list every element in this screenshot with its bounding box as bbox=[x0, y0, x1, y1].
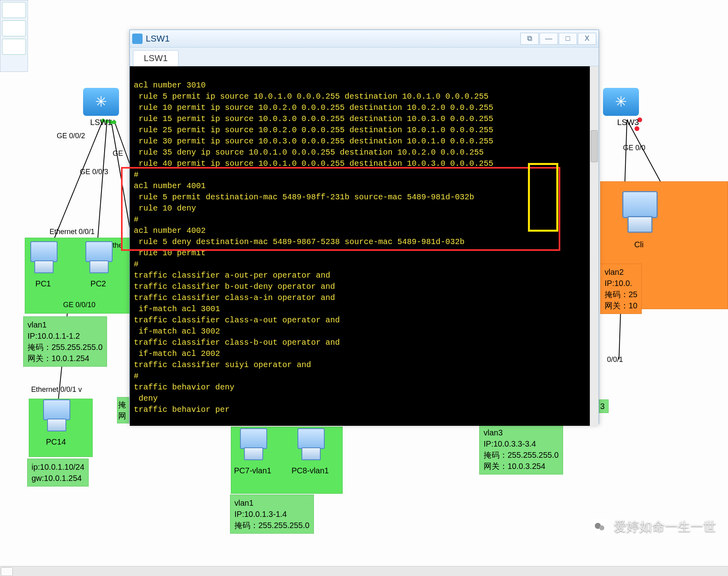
info-line: vlan3 bbox=[484, 427, 559, 438]
device-pc8[interactable]: PC8-vlan1 bbox=[292, 428, 329, 475]
info-line: gw:10.0.1.254 bbox=[32, 473, 84, 484]
device-label: LSW3 bbox=[603, 118, 639, 127]
horizontal-scrollbar[interactable] bbox=[0, 566, 728, 576]
info-vlan3: vlan3 IP:10.0.3.3-3.4 掩码：255.255.255.0 网… bbox=[479, 424, 563, 475]
info-line: IP:10.0.1.1-1.2 bbox=[28, 330, 103, 342]
tab-lsw1[interactable]: LSW1 bbox=[133, 50, 179, 66]
device-pc2[interactable]: PC2 bbox=[82, 241, 114, 288]
watermark-text: 爱婷如命一生一世 bbox=[614, 518, 716, 536]
info-fragment: 3 bbox=[599, 399, 609, 413]
info-line: ip:10.0.1.10/24 bbox=[32, 461, 84, 473]
window-titlebar[interactable]: LSW1 ⧉ — □ X bbox=[130, 30, 599, 48]
info-line: 掩码：25 bbox=[605, 289, 637, 300]
pc-icon bbox=[82, 241, 114, 277]
device-label: LSW1 bbox=[83, 118, 119, 127]
device-lsw3[interactable]: LSW3 bbox=[603, 88, 639, 127]
svg-line-2 bbox=[111, 120, 132, 240]
terminal-output[interactable]: acl number 3010 rule 5 permit ip source … bbox=[130, 66, 599, 426]
port-label: GE 0/0 bbox=[623, 144, 645, 152]
port-label: Ethernet 0/0/1 bbox=[50, 228, 95, 236]
port-label: GE 0/0/10 bbox=[63, 301, 95, 309]
device-label: PC14 bbox=[40, 437, 72, 447]
palette-item[interactable] bbox=[2, 20, 26, 36]
palette-item[interactable] bbox=[2, 2, 26, 18]
maximize-button[interactable]: □ bbox=[559, 33, 577, 45]
info-line: 网 bbox=[118, 410, 128, 421]
info-line: 网关：10 bbox=[605, 300, 637, 311]
device-pc7[interactable]: PC7-vlan1 bbox=[234, 428, 271, 475]
info-line: IP:10.0.3.3-3.4 bbox=[484, 438, 559, 449]
info-pc14: ip:10.0.1.10/24 gw:10.0.1.254 bbox=[27, 459, 89, 487]
dock-button[interactable]: ⧉ bbox=[520, 33, 539, 45]
pc-icon bbox=[294, 428, 326, 464]
info-line: 网关：10.0.1.254 bbox=[28, 353, 103, 364]
app-icon bbox=[132, 34, 143, 44]
terminal-text: acl number 3010 rule 5 permit ip source … bbox=[134, 81, 493, 414]
info-line: IP:10.0.1.3-1.4 bbox=[234, 508, 309, 520]
port-label: Ethernet 0/0/1 v bbox=[31, 385, 82, 394]
palette-item[interactable] bbox=[2, 39, 26, 55]
scrollbar-thumb[interactable] bbox=[591, 130, 598, 162]
window-title: LSW1 bbox=[146, 34, 170, 44]
device-pc1[interactable]: PC1 bbox=[27, 241, 59, 288]
port-label: GE bbox=[113, 149, 123, 158]
pc-icon bbox=[618, 191, 660, 238]
watermark: 爱婷如命一生一世 bbox=[591, 518, 716, 536]
switch-icon bbox=[603, 88, 639, 116]
info-line: 掩码：255.255.255.0 bbox=[28, 342, 103, 353]
info-line: 3 bbox=[600, 401, 607, 412]
device-lsw1[interactable]: LSW1 bbox=[83, 88, 119, 127]
device-label: Cli bbox=[623, 240, 655, 249]
switch-icon bbox=[83, 88, 119, 116]
info-line: 掩码：255.255.255.0 bbox=[484, 449, 559, 461]
port-label: GE 0/0/3 bbox=[80, 168, 108, 176]
info-line: vlan1 bbox=[28, 319, 103, 330]
pc-icon bbox=[27, 241, 59, 277]
minimize-button[interactable]: — bbox=[540, 33, 558, 45]
device-pc14[interactable]: PC14 bbox=[40, 399, 72, 447]
port-label: 0/0/1 bbox=[607, 356, 623, 364]
info-vlan1: vlan1 IP:10.0.1.1-1.2 掩码：255.255.255.0 网… bbox=[23, 316, 107, 367]
info-line: 掩 bbox=[118, 399, 128, 410]
toolbar-palette[interactable] bbox=[0, 0, 28, 72]
device-label: PC1 bbox=[27, 279, 59, 288]
wechat-icon bbox=[591, 518, 609, 536]
device-client[interactable]: Cli bbox=[623, 197, 655, 249]
device-label: PC2 bbox=[82, 279, 114, 288]
pc-icon bbox=[237, 428, 269, 464]
info-line: vlan1 bbox=[234, 497, 309, 508]
info-vlan2: vlan2 IP:10.0. 掩码：25 网关：10 bbox=[600, 264, 642, 314]
svg-point-14 bbox=[599, 525, 605, 530]
tabstrip: LSW1 bbox=[130, 48, 599, 66]
info-line: vlan2 bbox=[605, 266, 637, 278]
terminal-window[interactable]: LSW1 ⧉ — □ X LSW1 acl number 3010 rule 5… bbox=[129, 30, 599, 424]
info-line: IP:10.0. bbox=[605, 278, 637, 289]
info-vlan1b: vlan1 IP:10.0.1.3-1.4 掩码：255.255.255.0 bbox=[230, 495, 314, 534]
info-fragment: 掩 网 bbox=[117, 397, 129, 423]
device-label: PC7-vlan1 bbox=[234, 466, 271, 475]
pc-icon bbox=[40, 399, 72, 435]
vertical-scrollbar[interactable] bbox=[590, 66, 599, 426]
device-label: PC8-vlan1 bbox=[292, 466, 329, 475]
info-line: 掩码：255.255.255.0 bbox=[234, 520, 309, 531]
close-button[interactable]: X bbox=[578, 33, 596, 45]
port-label: GE 0/0/2 bbox=[57, 132, 85, 140]
info-line: 网关：10.0.3.254 bbox=[484, 461, 559, 472]
